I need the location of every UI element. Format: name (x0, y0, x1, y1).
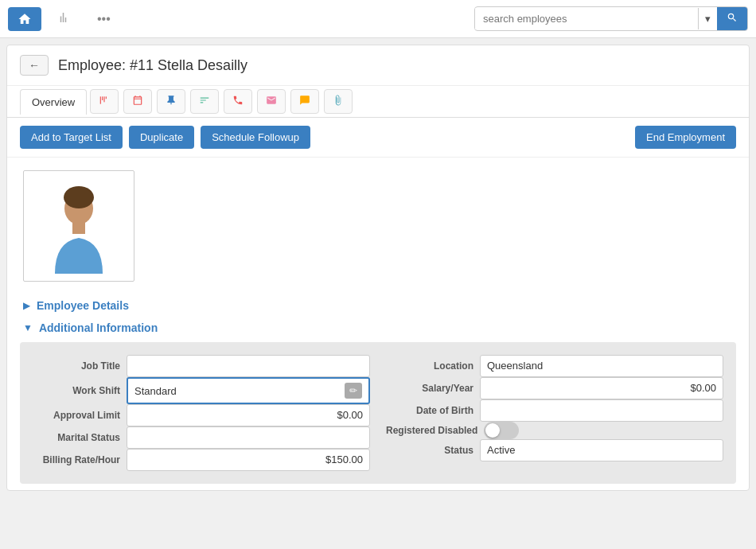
location-label: Location (386, 360, 473, 372)
date-of-birth-label: Date of Birth (386, 405, 473, 416)
attach-icon (333, 95, 344, 106)
approval-limit-label: Approval Limit (33, 410, 120, 421)
billing-rate-label: Billing Rate/Hour (33, 454, 120, 465)
registered-disabled-label: Registered Disabled (386, 425, 477, 436)
additional-information-section-header[interactable]: ▼ Additional Information (7, 317, 749, 339)
date-of-birth-value[interactable] (480, 399, 723, 422)
bar-chart-icon[interactable] (48, 6, 81, 33)
billing-rate-row: Billing Rate/Hour $150.00 (33, 449, 370, 471)
tab-calls[interactable] (224, 89, 252, 114)
location-value[interactable]: Queensland (480, 355, 723, 377)
pin-icon (166, 95, 177, 106)
info-left-column: Job Title Work Shift Standard ✏ Approval… (33, 355, 370, 471)
search-input[interactable] (475, 8, 698, 29)
svg-rect-6 (72, 223, 85, 234)
svg-rect-2 (104, 96, 105, 102)
svg-rect-1 (102, 96, 103, 100)
avatar-image (39, 178, 119, 274)
date-of-birth-row: Date of Birth (386, 399, 723, 422)
additional-information-title: Additional Information (39, 321, 158, 334)
search-container: ▾ (474, 6, 748, 31)
salary-year-value[interactable]: $0.00 (480, 377, 723, 399)
top-nav: ••• ▾ (0, 0, 756, 38)
work-shift-text: Standard (134, 385, 177, 397)
work-shift-edit-button[interactable]: ✏ (345, 383, 362, 399)
marital-status-row: Marital Status (33, 426, 370, 449)
search-icon (727, 12, 738, 23)
work-shift-label: Work Shift (33, 385, 120, 396)
home-button[interactable] (8, 7, 41, 31)
location-row: Location Queensland (386, 355, 723, 377)
additional-information-panel: Job Title Work Shift Standard ✏ Approval… (20, 342, 736, 484)
add-to-target-list-button[interactable]: Add to Target List (20, 126, 123, 149)
marital-status-value[interactable] (127, 426, 370, 449)
status-row: Status Active (386, 439, 723, 461)
tab-overview[interactable]: Overview (20, 89, 87, 115)
employee-details-chevron: ▶ (23, 300, 30, 311)
job-title-value[interactable] (127, 355, 370, 377)
additional-information-chevron: ▼ (23, 322, 33, 333)
calendar-icon (132, 95, 143, 106)
page-content: ← Employee: #11 Stella Desailly Overview (6, 45, 750, 491)
search-submit-button[interactable] (717, 7, 747, 30)
email-icon (266, 95, 277, 106)
phone-icon (232, 95, 244, 106)
registered-disabled-row: Registered Disabled (386, 422, 723, 439)
back-button[interactable]: ← (20, 55, 49, 76)
marital-status-label: Marital Status (33, 432, 120, 443)
tab-messages[interactable] (290, 89, 319, 114)
avatar-section (7, 158, 749, 294)
tabs-bar: Overview (7, 86, 749, 118)
duplicate-button[interactable]: Duplicate (129, 126, 194, 149)
avatar (23, 170, 134, 282)
status-label: Status (386, 445, 473, 456)
tab-pin[interactable] (157, 89, 185, 114)
schedule-followup-button[interactable]: Schedule Followup (201, 126, 310, 149)
approval-limit-row: Approval Limit $0.00 (33, 404, 370, 426)
employee-details-section-header[interactable]: ▶ Employee Details (7, 294, 749, 317)
messages-icon (299, 95, 310, 106)
tab-tasks[interactable] (190, 89, 219, 114)
svg-point-5 (64, 186, 94, 208)
employee-details-title: Employee Details (37, 299, 129, 312)
job-title-label: Job Title (33, 360, 120, 372)
svg-rect-3 (106, 96, 107, 99)
tab-activity[interactable] (90, 89, 119, 114)
status-value[interactable]: Active (480, 439, 723, 461)
tab-email[interactable] (257, 89, 286, 114)
tab-calendar[interactable] (123, 89, 152, 114)
action-bar: Add to Target List Duplicate Schedule Fo… (7, 118, 749, 158)
tab-attach[interactable] (324, 89, 353, 114)
billing-rate-value[interactable]: $150.00 (127, 449, 370, 471)
job-title-row: Job Title (33, 355, 370, 377)
activity-icon (99, 95, 110, 106)
home-icon (18, 12, 32, 26)
more-options-icon[interactable]: ••• (88, 7, 120, 31)
search-dropdown-button[interactable]: ▾ (698, 8, 717, 29)
page-title: Employee: #11 Stella Desailly (58, 57, 247, 74)
end-employment-button[interactable]: End Employment (635, 126, 736, 149)
svg-rect-0 (100, 96, 101, 103)
info-grid: Job Title Work Shift Standard ✏ Approval… (33, 355, 723, 471)
salary-year-label: Salary/Year (386, 383, 473, 394)
registered-disabled-toggle[interactable] (484, 422, 519, 439)
work-shift-value[interactable]: Standard ✏ (127, 377, 370, 404)
approval-limit-value[interactable]: $0.00 (127, 404, 370, 426)
info-right-column: Location Queensland Salary/Year $0.00 Da… (386, 355, 723, 471)
salary-year-row: Salary/Year $0.00 (386, 377, 723, 399)
page-header: ← Employee: #11 Stella Desailly (7, 45, 749, 86)
work-shift-row: Work Shift Standard ✏ (33, 377, 370, 404)
tasks-icon (199, 95, 210, 106)
